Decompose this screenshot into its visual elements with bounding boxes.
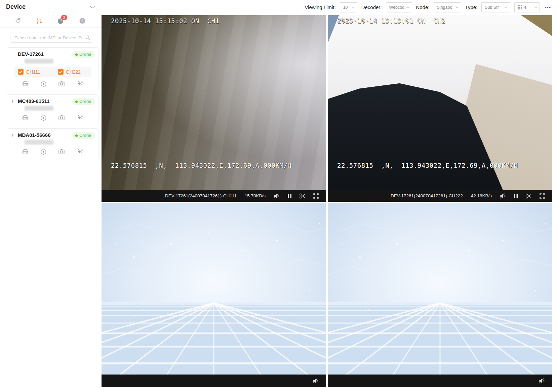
search-box — [10, 33, 93, 43]
grid-layout-select[interactable]: 4 — [514, 2, 540, 12]
call-icon[interactable] — [77, 80, 83, 87]
collapse-panel-icon[interactable] — [89, 4, 95, 10]
mute-icon[interactable] — [500, 193, 506, 199]
search-input[interactable] — [10, 33, 93, 43]
checkbox-checked-icon — [58, 69, 64, 75]
camera-icon[interactable] — [58, 80, 65, 87]
vehicle-icon[interactable] — [22, 148, 29, 155]
device-name: DEV-17261 — [18, 51, 53, 57]
device-imei-redacted — [25, 106, 53, 111]
osd-gps: 22.576815 ,N, 113.943022,E,172.69,A,000K… — [111, 162, 291, 169]
vehicle-icon[interactable] — [22, 80, 29, 87]
chevron-down-icon — [455, 6, 459, 8]
player-control-bar: DEV-17261(240070417261)-CH222 42.18KB/s — [328, 190, 552, 202]
online-dot-icon — [75, 53, 78, 56]
chevron-down-icon — [406, 6, 410, 8]
type-label: Type: — [465, 4, 478, 10]
locate-icon[interactable] — [40, 148, 47, 155]
mute-icon[interactable] — [539, 378, 545, 384]
fullscreen-icon[interactable] — [313, 193, 319, 199]
player-title: DEV-17261(240070417261)-CH111 — [165, 193, 237, 198]
sidebar-toolbar: A Z 2 ? — [0, 14, 101, 28]
online-dot-icon — [75, 134, 78, 137]
video-player-ch111[interactable]: 2025-10-14 15:15:02 ON CH1 22.576815 ,N,… — [102, 15, 326, 202]
device-sidebar: Device A Z 2 ? — [0, 0, 101, 392]
device-actions — [11, 111, 95, 122]
svg-text:?: ? — [81, 19, 84, 23]
osd-timestamp: 2025-10-14 15:15:02 ON CH1 — [111, 17, 219, 25]
snapshot-scissors-icon[interactable] — [300, 193, 305, 199]
tag-icon[interactable] — [14, 17, 22, 25]
sort-az-icon[interactable]: A Z — [36, 17, 43, 25]
chevron-down-icon — [352, 6, 355, 8]
viewer-toolbar: Viewing Limit: 10 Decoder: Webcod Node: … — [101, 0, 557, 14]
device-card[interactable]: + MDA01-56666 Online — [7, 128, 98, 159]
device-card[interactable]: + MC403-61511 Online — [7, 94, 98, 125]
snapshot-scissors-icon[interactable] — [526, 193, 531, 199]
pause-icon[interactable] — [288, 194, 291, 198]
locate-icon[interactable] — [40, 80, 47, 87]
decoder-select[interactable]: Webcod — [386, 2, 412, 12]
player-bitrate: 42.18KB/s — [471, 193, 492, 198]
call-icon[interactable] — [77, 148, 83, 155]
player-control-bar — [328, 375, 552, 387]
device-actions — [11, 145, 95, 156]
search-icon[interactable] — [85, 35, 90, 42]
svg-text:Z: Z — [37, 21, 38, 24]
call-icon[interactable] — [77, 114, 83, 121]
viewing-limit-label: Viewing Limit: — [305, 4, 335, 10]
osd-timestamp: 2025-10-14 15:15:01 ON CH2 — [337, 17, 445, 25]
node-select[interactable]: Singapo — [434, 2, 461, 12]
status-badge: Online — [72, 51, 95, 58]
video-player-empty[interactable] — [102, 203, 326, 387]
chevron-down-icon — [505, 6, 508, 8]
placeholder-scene — [328, 203, 552, 375]
player-control-bar: DEV-17261(240070417261)-CH111 15.70KB/s — [102, 190, 326, 202]
mute-icon[interactable] — [313, 378, 319, 384]
channel-checkbox-ch222[interactable]: CH222 — [58, 69, 81, 75]
video-grid: 2025-10-14 15:15:02 ON CH1 22.576815 ,N,… — [102, 15, 552, 387]
device-imei-redacted — [25, 140, 53, 145]
node-label: Node: — [416, 4, 430, 10]
help-icon[interactable]: ? — [79, 17, 86, 25]
locate-icon[interactable] — [40, 114, 47, 121]
more-options-button[interactable]: ••• — [544, 4, 552, 10]
grid-layout-icon — [518, 5, 522, 9]
mute-icon[interactable] — [274, 193, 280, 199]
device-name: MDA01-56666 — [18, 132, 53, 138]
page-title: Device — [6, 3, 26, 10]
chevron-down-icon — [534, 6, 538, 8]
status-badge: Online — [72, 98, 95, 105]
device-imei-redacted — [25, 59, 53, 64]
status-badge: Online — [72, 132, 95, 139]
player-control-bar — [102, 375, 326, 387]
osd-gps: 22.576815 ,N, 113.943022,E,172.69,A,000K… — [337, 162, 518, 169]
player-bitrate: 15.70KB/s — [245, 193, 266, 198]
decoder-label: Decoder: — [361, 4, 382, 10]
device-card[interactable]: − DEV-17261 Online CH111 CH222 — [7, 47, 98, 91]
placeholder-scene — [102, 203, 326, 375]
player-title: DEV-17261(240070417261)-CH222 — [391, 193, 463, 198]
channel-list: CH111 CH222 — [14, 67, 91, 77]
collapse-device-toggle[interactable]: − — [11, 51, 18, 57]
channel-checkbox-ch111[interactable]: CH111 — [18, 69, 40, 75]
device-name: MC403-61511 — [18, 98, 53, 104]
video-player-ch222[interactable]: 2025-10-14 15:15:01 ON CH2 22.576815 ,N,… — [328, 15, 552, 202]
camera-icon[interactable] — [58, 148, 65, 155]
notification-count-badge: 2 — [61, 15, 67, 20]
fullscreen-icon[interactable] — [540, 193, 545, 199]
device-actions — [11, 77, 95, 88]
checkbox-checked-icon — [18, 69, 24, 75]
video-player-empty[interactable] — [328, 203, 552, 387]
pause-icon[interactable] — [514, 194, 518, 198]
online-dot-icon — [75, 101, 78, 103]
viewing-limit-select[interactable]: 10 — [340, 2, 357, 12]
sidebar-header: Device — [0, 0, 101, 14]
expand-device-toggle[interactable]: + — [11, 98, 18, 104]
notifications-pie-icon[interactable]: 2 — [57, 17, 65, 25]
expand-device-toggle[interactable]: + — [11, 132, 18, 138]
vehicle-icon[interactable] — [22, 114, 29, 121]
stream-type-select[interactable]: Sub Str — [481, 2, 510, 12]
camera-icon[interactable] — [58, 114, 65, 121]
